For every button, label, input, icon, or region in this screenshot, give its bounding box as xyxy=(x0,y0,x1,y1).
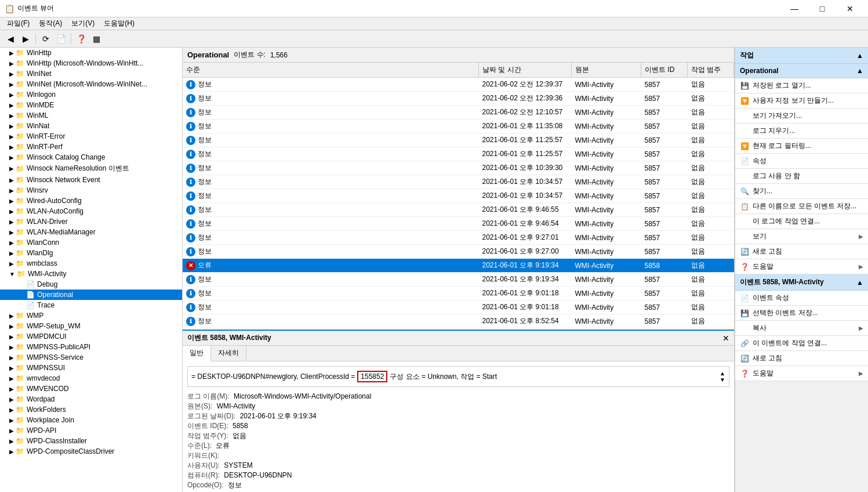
sidebar-scroll[interactable]: ▶📁WinHttp▶📁WinHttp (Microsoft-Windows-Wi… xyxy=(0,48,182,492)
sidebar-item-wordpad[interactable]: ▶📁Wordpad xyxy=(0,394,182,404)
table-row[interactable]: ℹ 정보 2021-06-01 오후 10:34:57 WMI-Activity… xyxy=(183,189,734,203)
action-item-도움말[interactable]: ❓도움말▶ xyxy=(735,366,868,381)
table-row[interactable]: ℹ 정보 2021-06-01 오후 9:46:55 WMI-Activity … xyxy=(183,203,734,217)
table-row[interactable]: ℹ 정보 2021-06-01 오후 9:27:00 WMI-Activity … xyxy=(183,245,734,259)
arrow-icon[interactable]: ▶ xyxy=(9,50,14,56)
sidebar-item-wpd-api[interactable]: ▶📁WPD-API xyxy=(0,425,182,436)
action-item-이벤트속성[interactable]: 📄이벤트 속성 xyxy=(735,291,868,306)
tab-general[interactable]: 일반 xyxy=(183,346,211,361)
arrow-icon[interactable]: ▶ xyxy=(9,198,14,204)
arrow-icon[interactable]: ▶ xyxy=(9,386,14,392)
close-button[interactable]: ✕ xyxy=(837,0,863,17)
arrow-icon[interactable]: ▶ xyxy=(9,375,14,382)
sidebar-item-wmp-setup[interactable]: ▶📁WMP-Setup_WM xyxy=(0,321,182,331)
table-row[interactable]: ℹ 정보 2021-06-01 오후 11:35:08 WMI-Activity… xyxy=(183,120,734,133)
arrow-icon[interactable]: ▶ xyxy=(9,102,14,108)
arrow-icon[interactable]: ▶ xyxy=(9,219,14,225)
action-item-속성[interactable]: 📄속성 xyxy=(735,154,868,169)
sidebar-item-wlan-driver[interactable]: ▶📁WLAN-Driver xyxy=(0,216,182,227)
sidebar-item-wmpdmcui[interactable]: ▶📁WMPDMCUI xyxy=(0,331,182,342)
arrow-icon[interactable]: ▶ xyxy=(9,123,14,129)
action-item-다른이름으로모든이벤트저장[interactable]: 📋다른 이름으로 모든 이벤트 저장... xyxy=(735,199,868,214)
arrow-icon[interactable]: ▶ xyxy=(9,165,14,172)
arrow-icon[interactable]: ▶ xyxy=(9,60,14,67)
sidebar-item-wlan-media[interactable]: ▶📁WLAN-MediaManager xyxy=(0,227,182,237)
action-item-선택한이벤트저장[interactable]: 💾선택한 이벤트 저장... xyxy=(735,306,868,321)
sidebar-item-wpd-composite[interactable]: ▶📁WPD-CompositeClassDriver xyxy=(0,446,182,457)
arrow-icon[interactable]: ▶ xyxy=(9,144,14,150)
table-row[interactable]: ✕ 오류 2021-06-01 오후 9:19:34 WMI-Activity … xyxy=(183,259,734,273)
action-item-찾기[interactable]: 🔍찾기... xyxy=(735,184,868,199)
action-item-도움말[interactable]: ❓도움말▶ xyxy=(735,259,868,274)
table-row[interactable]: ℹ 정보 2021-06-01 오후 9:27:01 WMI-Activity … xyxy=(183,231,734,245)
sidebar-item-winsock-catalog[interactable]: ▶📁Winsock Catalog Change xyxy=(0,152,182,162)
sidebar-item-wmpnssui[interactable]: ▶📁WMPNSSUI xyxy=(0,363,182,373)
event-table-container[interactable]: 수준 날짜 및 시간 원본 이벤트 ID 작업 범주 ℹ 정보 2021-06-… xyxy=(183,63,734,330)
action-item-보기가져오기[interactable]: 보기 가져오기... xyxy=(735,108,868,124)
action-item-이이벤트에작업연결[interactable]: 🔗이 이벤트에 작업 연결... xyxy=(735,336,868,351)
sidebar-item-wlan-autoconfig[interactable]: ▶📁WLAN-AutoConfig xyxy=(0,206,182,216)
arrow-icon[interactable]: ▶ xyxy=(9,261,14,267)
table-row[interactable]: ℹ 정보 2021-06-01 오후 9:19:34 WMI-Activity … xyxy=(183,273,734,287)
tab-detail[interactable]: 자세히 xyxy=(211,346,246,361)
sidebar-item-wininet[interactable]: ▶📁WinINet xyxy=(0,68,182,79)
table-row[interactable]: ℹ 정보 2021-06-01 오후 9:01:18 WMI-Activity … xyxy=(183,287,734,301)
action-item-사용자지정보기만들기[interactable]: 🔽사용자 지정 보기 만들기... xyxy=(735,93,868,108)
menu-help[interactable]: 도움말(H) xyxy=(99,17,139,30)
arrow-icon[interactable]: ▶ xyxy=(9,92,14,98)
sidebar-item-wpd-class[interactable]: ▶📁WPD-ClassInstaller xyxy=(0,436,182,446)
sidebar-item-winnat[interactable]: ▶📁WinNat xyxy=(0,121,182,131)
arrow-icon[interactable]: ▶ xyxy=(9,354,14,361)
table-row[interactable]: ℹ 정보 2021-06-01 오후 11:25:57 WMI-Activity… xyxy=(183,147,734,161)
sidebar-item-winrt-error[interactable]: ▶📁WinRT-Error xyxy=(0,131,182,142)
arrow-icon[interactable]: ▶ xyxy=(9,407,14,413)
arrow-icon[interactable]: ▶ xyxy=(9,396,14,403)
arrow-icon[interactable]: ▶ xyxy=(9,344,14,350)
table-row[interactable]: ℹ 정보 2021-06-01 오후 9:01:18 WMI-Activity … xyxy=(183,301,734,314)
sidebar-item-wlandlg[interactable]: ▶📁WlanDlg xyxy=(0,248,182,258)
menu-action[interactable]: 동작(A) xyxy=(34,17,67,30)
arrow-icon[interactable]: ▶ xyxy=(9,208,14,215)
sidebar-item-wmi-activity[interactable]: ▼📁WMI-Activity xyxy=(0,269,182,279)
table-row[interactable]: ℹ 정보 2021-06-01 오후 8:52:54 WMI-Activity … xyxy=(183,314,734,328)
action-item-보기[interactable]: 보기▶ xyxy=(735,229,868,244)
arrow-icon[interactable]: ▶ xyxy=(9,113,14,119)
arrow-icon[interactable]: ▶ xyxy=(9,365,14,371)
arrow-icon[interactable]: ▶ xyxy=(9,154,14,161)
action-item-로그사용안함[interactable]: 로그 사용 안 함 xyxy=(735,169,868,184)
columns-button[interactable]: ▦ xyxy=(89,32,103,46)
arrow-icon[interactable]: ▶ xyxy=(9,334,14,340)
action-item-저장된로그열기[interactable]: 💾저장된 로그 열기... xyxy=(735,78,868,93)
detail-close-button[interactable]: ✕ xyxy=(722,334,729,343)
sidebar-item-winsock-network[interactable]: ▶📁Winsock Network Event xyxy=(0,175,182,185)
table-row[interactable]: ℹ 정보 2021-06-01 오후 10:39:30 WMI-Activity… xyxy=(183,161,734,175)
table-row[interactable]: ℹ 정보 2021-06-01 오후 9:46:54 WMI-Activity … xyxy=(183,217,734,231)
action-item-복사[interactable]: 복사▶ xyxy=(735,321,868,336)
sidebar-item-debug[interactable]: 📄Debug xyxy=(0,279,182,290)
sidebar-item-operational[interactable]: 📄Operational xyxy=(0,290,182,300)
sidebar-item-winml[interactable]: ▶📁WinML xyxy=(0,110,182,121)
refresh-button[interactable]: ⟳ xyxy=(39,32,53,46)
action-item-새로고침[interactable]: 🔄새로 고침 xyxy=(735,244,868,259)
help-button[interactable]: ❓ xyxy=(74,32,88,46)
sidebar-item-wininet-ms[interactable]: ▶📁WinINet (Microsoft-Windows-WinINet... xyxy=(0,79,182,89)
scroll-arrows[interactable]: ▲▼ xyxy=(720,370,725,383)
arrow-icon[interactable]: ▶ xyxy=(9,313,14,319)
forward-button[interactable]: ▶ xyxy=(19,32,32,46)
arrow-icon[interactable]: ▶ xyxy=(9,133,14,140)
table-row[interactable]: ℹ 정보 2021-06-02 오전 12:39:37 WMI-Activity… xyxy=(183,78,734,92)
subsection-collapse[interactable]: ▲ xyxy=(856,278,863,287)
arrow-icon[interactable]: ▶ xyxy=(9,428,14,434)
sidebar-item-wmpnss-service[interactable]: ▶📁WMPNSS-Service xyxy=(0,352,182,363)
arrow-icon[interactable]: ▶ xyxy=(9,187,14,194)
table-row[interactable]: ℹ 정보 2021-06-02 오전 12:10:57 WMI-Activity… xyxy=(183,106,734,120)
sidebar-item-winmde[interactable]: ▶📁WinMDE xyxy=(0,100,182,110)
sidebar-item-wmvdecod[interactable]: ▶📁wmvdecod xyxy=(0,373,182,384)
sidebar-item-winsrv[interactable]: ▶📁Winsrv xyxy=(0,185,182,196)
sidebar-item-winrt-perf[interactable]: ▶📁WinRT-Perf xyxy=(0,142,182,152)
minimize-button[interactable]: — xyxy=(781,0,808,17)
arrow-icon[interactable]: ▶ xyxy=(9,438,14,444)
action-item-로그지우기[interactable]: 로그 지우기... xyxy=(735,124,868,139)
sidebar-item-wlanconn[interactable]: ▶📁WlanConn xyxy=(0,237,182,248)
subsection-collapse[interactable]: ▲ xyxy=(856,67,863,75)
